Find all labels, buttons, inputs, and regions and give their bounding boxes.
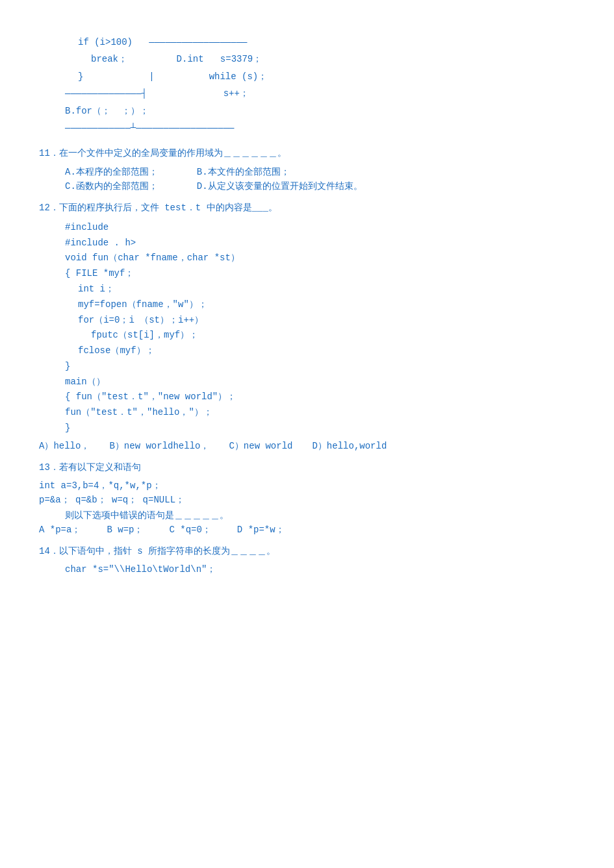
q13-option-b: B w=p； [107, 524, 143, 536]
q12-option-d: D）hello,world [312, 440, 387, 452]
q12-code-7: fputc（st[i]，myf）； [65, 328, 575, 343]
q12-code-9: } [65, 359, 575, 375]
q11-options-row1: A.本程序的全部范围； B.本文件的全部范围； [65, 166, 575, 178]
q12-option-c: C）new world [229, 440, 292, 452]
q12-options: A）hello， B）new worldhello， C）new world D… [39, 440, 575, 452]
q12-code-12: fun（"test．t"，"hello，"）； [65, 405, 575, 421]
question-14: 14．以下语句中，指针 s 所指字符串的长度为＿＿＿＿。 [39, 543, 575, 560]
code-line-1: if (i>100) —————————————————— [39, 35, 575, 49]
q12-code-11: { fun（"test．t"，"new world"）； [65, 390, 575, 405]
code-line-4: ——————————————┤ s++； [39, 86, 575, 101]
question-12: 12．下面的程序执行后，文件 test．t 中的内容是___。 [39, 200, 575, 216]
q13-option-c: C *q=0； [169, 524, 211, 536]
code-line-3: } | while (s)； [39, 69, 575, 84]
q13-subtext: 则以下选项中错误的语句是＿＿＿＿＿。 [65, 510, 575, 521]
q12-code-0: #include [65, 220, 575, 236]
q12-code-1: #include . h> [65, 236, 575, 251]
q12-option-a: A）hello， [39, 440, 90, 452]
q13-options: A *p=a； B w=p； C *q=0； D *p=*w； [39, 524, 575, 536]
question-11: 11．在一个文件中定义的全局变量的作用域为＿＿＿＿＿＿。 [39, 145, 575, 162]
q12-code-2: void fun（char *fname，char *st） [65, 251, 575, 266]
code-line-6: ————————————┴—————————————————— [39, 121, 575, 135]
q11-option-d: D.从定义该变量的位置开始到文件结束。 [197, 180, 363, 192]
code-line-2: break； D.int s=3379； [39, 52, 575, 66]
q13-option-a: A *p=a； [39, 524, 81, 536]
q11-option-a: A.本程序的全部范围； [65, 166, 158, 178]
q13-code1: int a=3,b=4，*q,*w,*p； [39, 480, 575, 491]
code-line-5: B.for（； ；）； [39, 104, 575, 118]
q12-code-3: { FILE *myf； [65, 266, 575, 282]
q12-code-10: main（） [65, 375, 575, 390]
q12-code-5: myf=fopen（fname，"w"）； [65, 297, 575, 313]
q12-code-13: } [65, 421, 575, 436]
main-content: if (i>100) —————————————————— break； D.i… [39, 13, 575, 575]
q11-options-row2: C.函数内的全部范围； D.从定义该变量的位置开始到文件结束。 [65, 180, 575, 192]
q14-code: char *s="\\Hello\tWorld\n"； [65, 564, 575, 575]
q12-code: #include #include . h> void fun（char *fn… [65, 220, 575, 436]
q12-code-6: for（i=0；i （st）；i++） [65, 313, 575, 329]
q13-code2: p=&a； q=&b； w=q； q=NULL； [39, 494, 575, 506]
q12-code-4: int i； [65, 282, 575, 297]
q11-option-b: B.本文件的全部范围； [197, 166, 290, 178]
q12-option-b: B）new worldhello， [109, 440, 209, 452]
q13-option-d: D *p=*w； [237, 524, 285, 536]
question-13: 13．若有以下定义和语句 [39, 460, 575, 476]
q11-option-c: C.函数内的全部范围； [65, 180, 158, 192]
q12-code-8: fclose（myf）； [65, 343, 575, 359]
